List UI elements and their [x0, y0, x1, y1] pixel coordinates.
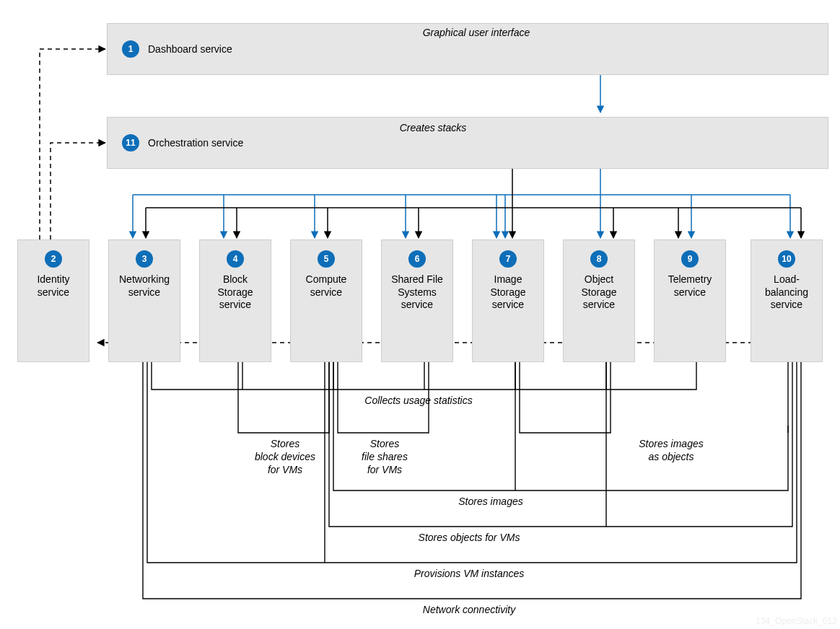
- identity-service-label: Identity service: [18, 273, 89, 299]
- object-storage-service-box: 8 Object Storage service: [563, 239, 635, 362]
- badge-3: 3: [136, 250, 153, 268]
- caption-gui: Graphical user interface: [361, 26, 592, 39]
- block-storage-service-label: Block Storage service: [200, 273, 271, 312]
- image-storage-service-label: Image Storage service: [473, 273, 543, 312]
- badge-11: 11: [122, 134, 139, 151]
- dashboard-service-label: Dashboard service: [148, 43, 232, 55]
- caption-netconn: Network connectivity: [375, 603, 563, 616]
- caption-provisions: Provisions VM instances: [375, 567, 563, 580]
- compute-service-box: 5 Compute service: [290, 239, 362, 362]
- block-storage-service-box: 4 Block Storage service: [199, 239, 271, 362]
- caption-file-vms: Stores file shares for VMs: [338, 437, 432, 477]
- badge-4: 4: [227, 250, 244, 268]
- caption-img-objects: Stores images as objects: [599, 437, 743, 463]
- object-storage-service-label: Object Storage service: [564, 273, 634, 312]
- networking-service-label: Networking service: [109, 273, 180, 299]
- caption-stores-images: Stores images: [419, 495, 563, 508]
- badge-5: 5: [318, 250, 335, 268]
- badge-8: 8: [590, 250, 608, 268]
- badge-10: 10: [778, 250, 795, 268]
- load-balancing-service-box: 10 Load-balancing service: [751, 239, 823, 362]
- caption-block-vms: Stores block devices for VMs: [238, 437, 332, 477]
- orchestration-service-label: Orchestration service: [148, 137, 243, 149]
- identity-service-box: 2 Identity service: [17, 239, 89, 362]
- caption-creates-stacks: Creates stacks: [361, 121, 505, 134]
- badge-2: 2: [45, 250, 62, 268]
- shared-file-systems-service-label: Shared File Systems service: [382, 273, 452, 312]
- badge-1: 1: [122, 40, 139, 58]
- compute-service-label: Compute service: [291, 273, 362, 299]
- badge-9: 9: [681, 250, 699, 268]
- load-balancing-service-label: Load-balancing service: [751, 273, 822, 312]
- watermark: 134_OpenStack_012: [756, 616, 837, 626]
- caption-objects-vms: Stores objects for VMs: [375, 531, 563, 544]
- caption-collects: Collects usage statistics: [328, 394, 509, 407]
- badge-7: 7: [499, 250, 517, 268]
- architecture-diagram: 1 Dashboard service 11 Orchestration ser…: [0, 0, 840, 629]
- telemetry-service-label: Telemetry service: [655, 273, 725, 299]
- networking-service-box: 3 Networking service: [108, 239, 180, 362]
- shared-file-systems-service-box: 6 Shared File Systems service: [381, 239, 453, 362]
- telemetry-service-box: 9 Telemetry service: [654, 239, 726, 362]
- image-storage-service-box: 7 Image Storage service: [472, 239, 544, 362]
- badge-6: 6: [408, 250, 426, 268]
